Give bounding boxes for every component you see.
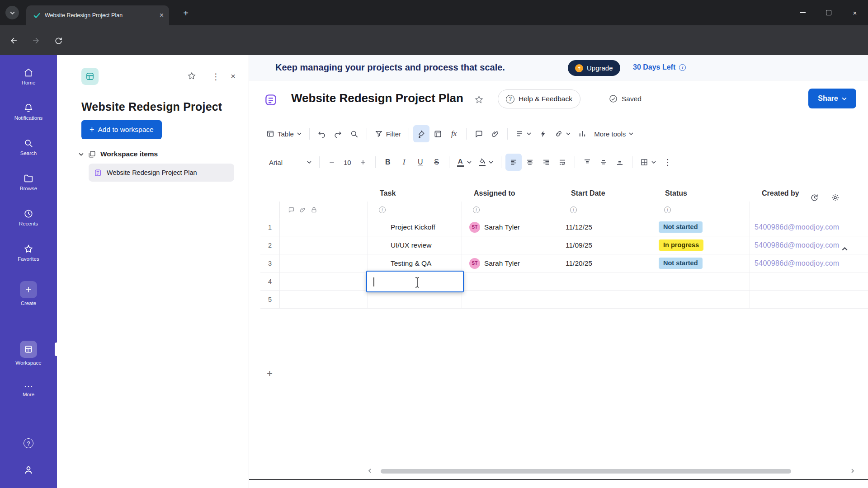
row-number[interactable]: 4 xyxy=(260,272,280,291)
panel-close-icon[interactable]: × xyxy=(231,71,236,81)
info-icon[interactable]: i xyxy=(664,206,671,213)
sheet-list-item[interactable]: Website Redesign Project Plan xyxy=(89,164,234,182)
formula-button[interactable]: fx xyxy=(446,125,462,142)
back-button[interactable] xyxy=(8,35,20,47)
undo-button[interactable] xyxy=(314,125,330,142)
font-size-value[interactable]: 10 xyxy=(340,154,355,171)
font-family-selector[interactable]: Arial xyxy=(265,154,315,171)
cell-start-date[interactable]: 11/09/25 xyxy=(559,236,653,254)
cell-status[interactable]: Not started xyxy=(653,218,750,236)
column-header-status[interactable]: Status xyxy=(653,185,750,202)
help-button[interactable]: ? xyxy=(0,438,57,450)
fill-background-button[interactable] xyxy=(413,125,429,142)
cell-status[interactable] xyxy=(653,291,750,309)
bold-button[interactable]: B xyxy=(380,154,396,171)
sidebar-item-notifications[interactable]: Notifications xyxy=(0,103,57,121)
cell-start-date[interactable]: 11/20/25 xyxy=(559,254,653,272)
column-header-created[interactable]: Created by xyxy=(750,185,868,202)
cell-start-date[interactable] xyxy=(559,272,653,291)
sidebar-item-search[interactable]: Search xyxy=(0,138,57,156)
italic-button[interactable]: I xyxy=(396,154,412,171)
window-maximize-button[interactable] xyxy=(816,0,842,25)
favorite-star-icon[interactable] xyxy=(474,95,484,104)
cell-task[interactable] xyxy=(368,291,462,309)
column-header-task[interactable]: Task xyxy=(368,185,462,202)
chart-button[interactable] xyxy=(574,125,590,142)
browser-tab[interactable]: Website Redesign Project Plan × xyxy=(26,5,169,25)
row-number[interactable]: 3 xyxy=(260,254,280,272)
sidebar-item-home[interactable]: Home xyxy=(0,68,57,85)
forward-button[interactable] xyxy=(30,35,42,47)
reload-button[interactable] xyxy=(52,35,64,47)
horizontal-scrollbar[interactable] xyxy=(381,469,791,474)
chevron-down-icon[interactable] xyxy=(79,153,84,156)
sidebar-item-workspace[interactable]: Workspace xyxy=(0,341,57,366)
automation-button[interactable] xyxy=(535,125,551,142)
sidebar-item-create[interactable]: Create xyxy=(0,281,57,306)
cell-created-by[interactable] xyxy=(750,291,868,309)
cell-status[interactable]: In progress xyxy=(653,236,750,254)
font-size-increase-button[interactable] xyxy=(355,154,371,171)
row-number[interactable]: 5 xyxy=(260,291,280,309)
share-button[interactable]: Share xyxy=(808,89,856,108)
new-tab-button[interactable]: + xyxy=(180,7,192,19)
align-center-button[interactable] xyxy=(522,154,538,171)
view-selector[interactable]: Table xyxy=(263,125,305,142)
more-tools-button[interactable]: More tools xyxy=(590,125,637,142)
cell-assigned[interactable]: ST Sarah Tyler xyxy=(462,254,559,272)
align-left-button[interactable] xyxy=(505,154,522,171)
info-icon[interactable]: i xyxy=(379,206,386,213)
cell-start-date[interactable] xyxy=(559,291,653,309)
sidebar-item-browse[interactable]: Browse xyxy=(0,174,57,191)
link-button[interactable] xyxy=(551,125,574,142)
cell-created-by[interactable]: 5400986d@moodjoy.com xyxy=(750,218,868,236)
attachment-button[interactable] xyxy=(487,125,503,142)
info-icon[interactable]: i xyxy=(570,206,577,213)
tab-search-button[interactable] xyxy=(5,6,19,19)
cell-assigned[interactable] xyxy=(462,291,559,309)
strikethrough-button[interactable]: S xyxy=(429,154,445,171)
account-button[interactable] xyxy=(0,465,57,478)
format-overflow-icon[interactable]: ⋮ xyxy=(660,154,676,171)
help-feedback-button[interactable]: ? Help & Feedback xyxy=(498,89,580,108)
cell-created-by[interactable]: 5400986d@moodjoy.com xyxy=(750,254,868,272)
sidebar-item-more[interactable]: ⋯ More xyxy=(0,383,57,397)
align-right-button[interactable] xyxy=(538,154,554,171)
search-sheet-button[interactable] xyxy=(346,125,363,142)
lock-column-icon[interactable] xyxy=(311,206,317,213)
sidebar-item-favorites[interactable]: Favorites xyxy=(0,244,57,262)
column-header-start[interactable]: Start Date xyxy=(559,185,653,202)
info-icon[interactable]: i xyxy=(473,206,480,213)
window-close-button[interactable]: × xyxy=(842,0,868,25)
cell-created-by[interactable]: 5400986d@moodjoy.com xyxy=(750,236,868,254)
attachment-column-icon[interactable] xyxy=(299,206,306,213)
tab-close-icon[interactable]: × xyxy=(160,12,164,19)
cell-start-date[interactable]: 11/12/25 xyxy=(559,218,653,236)
workspace-items-section[interactable]: Workspace items xyxy=(79,150,158,158)
cell-task[interactable]: Project Kickoff xyxy=(368,218,462,236)
scroll-left-arrow[interactable] xyxy=(367,468,373,474)
valign-top-button[interactable] xyxy=(579,154,595,171)
redo-button[interactable] xyxy=(330,125,346,142)
font-color-button[interactable]: A xyxy=(453,154,475,171)
cell-task[interactable]: Testing & QA xyxy=(368,254,462,272)
upgrade-button[interactable]: Upgrade xyxy=(568,60,620,76)
sidebar-item-recents[interactable]: Recents xyxy=(0,209,57,226)
cell-assigned[interactable] xyxy=(462,236,559,254)
cell-created-by[interactable] xyxy=(750,272,868,291)
filter-button[interactable]: Filter xyxy=(371,125,405,142)
cell-format-button[interactable] xyxy=(429,125,446,142)
column-header-assigned[interactable]: Assigned to xyxy=(462,185,559,202)
add-row-button[interactable]: + xyxy=(267,369,273,379)
add-to-workspace-button[interactable]: + Add to workspace xyxy=(81,120,162,139)
cell-status[interactable]: Not started xyxy=(653,254,750,272)
wrap-text-button[interactable] xyxy=(554,154,571,171)
cell-status[interactable] xyxy=(653,272,750,291)
row-number[interactable]: 1 xyxy=(260,218,280,236)
comment-button[interactable] xyxy=(471,125,487,142)
borders-button[interactable] xyxy=(637,154,660,171)
panel-star-icon[interactable] xyxy=(187,71,196,80)
font-size-decrease-button[interactable] xyxy=(324,154,340,171)
row-actions-button[interactable] xyxy=(512,125,535,142)
cell-assigned[interactable]: ST Sarah Tyler xyxy=(462,218,559,236)
